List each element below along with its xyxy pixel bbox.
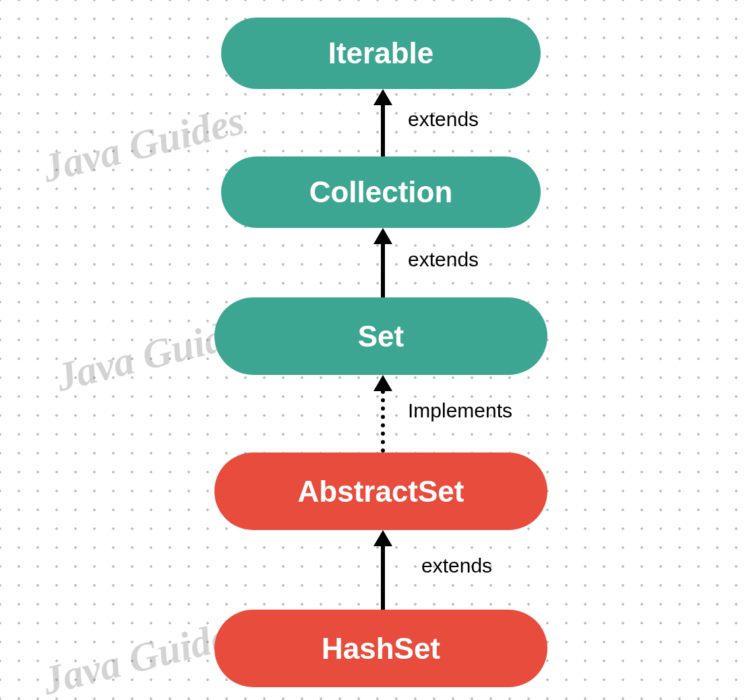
- node-abstractset-label: AbstractSet: [298, 475, 464, 508]
- arrow-head-icon: [373, 530, 392, 546]
- arrow-set-collection: [381, 228, 385, 297]
- node-set: Set: [214, 297, 547, 375]
- node-abstractset: AbstractSet: [214, 453, 547, 530]
- node-collection: Collection: [221, 156, 541, 228]
- node-hashset-label: HashSet: [322, 632, 440, 666]
- node-collection-label: Collection: [309, 175, 453, 209]
- arrow-label-implements: Implements: [408, 399, 512, 422]
- arrow-abstractset-set: [381, 375, 385, 453]
- node-hashset: HashSet: [214, 610, 547, 687]
- arrow-head-icon: [373, 228, 392, 244]
- arrow-label-extends: extends: [408, 108, 479, 131]
- watermark: Java Guides: [38, 97, 249, 192]
- arrow-hashset-abstractset: [381, 530, 385, 610]
- arrow-head-icon: [373, 89, 392, 105]
- node-iterable: Iterable: [221, 18, 541, 89]
- arrow-collection-iterable: [381, 89, 385, 156]
- arrow-label-extends: extends: [421, 554, 492, 577]
- arrow-label-extends: extends: [408, 248, 479, 271]
- arrow-head-icon: [373, 375, 392, 391]
- node-set-label: Set: [358, 320, 404, 353]
- node-iterable-label: Iterable: [328, 36, 434, 70]
